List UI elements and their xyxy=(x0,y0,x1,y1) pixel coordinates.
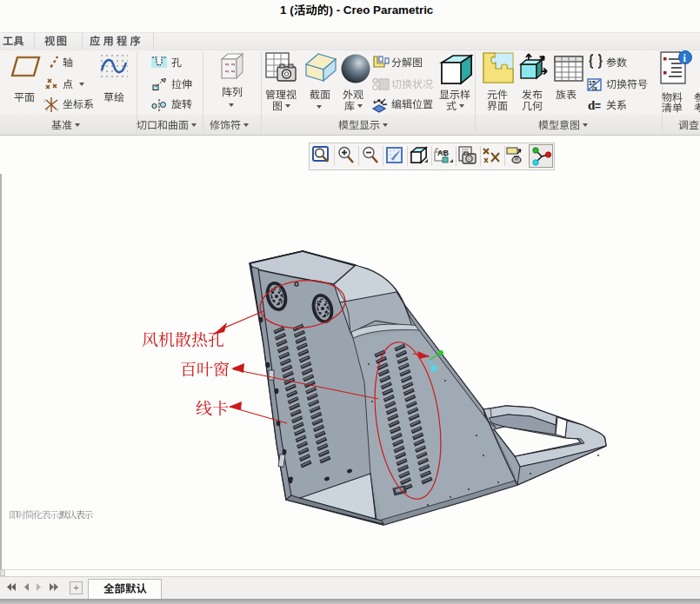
svg-text:y: y xyxy=(43,97,46,103)
svg-text:AB: AB xyxy=(437,149,449,157)
svg-text:x: x xyxy=(57,107,59,112)
svg-text:=: = xyxy=(595,100,601,111)
